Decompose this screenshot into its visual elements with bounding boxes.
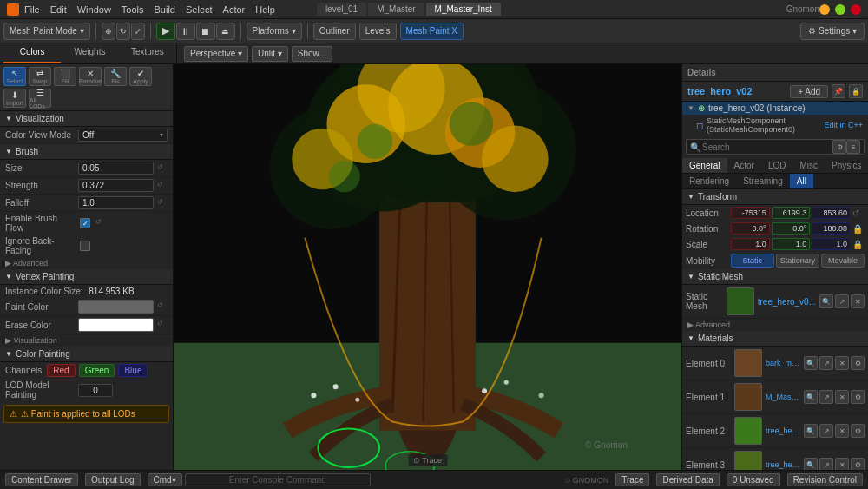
enable-brush-flow-reset[interactable]: ↺	[95, 218, 106, 228]
static-mesh-value[interactable]: tree_hero_v0...	[758, 297, 816, 307]
brush-falloff-reset[interactable]: ↺	[157, 198, 168, 208]
close-button[interactable]	[851, 4, 861, 15]
channel-red-btn[interactable]: Red	[47, 364, 75, 377]
color-painting-section[interactable]: ▼ Color Painting	[0, 347, 173, 362]
settings-btn[interactable]: ⚙ Settings ▾	[800, 23, 865, 40]
cmd-btn[interactable]: Cmd▾	[148, 473, 182, 486]
outliner-btn[interactable]: Outliner	[313, 23, 356, 40]
collapse-btn[interactable]: ≡	[846, 140, 860, 154]
tab-textures[interactable]: Textures	[119, 43, 176, 63]
tab-actor[interactable]: Actor	[727, 158, 761, 173]
menu-select[interactable]: Select	[186, 4, 213, 15]
menu-actor[interactable]: Actor	[223, 4, 246, 15]
mat1-clear-btn[interactable]: ✕	[835, 390, 849, 404]
stationary-mobility-btn[interactable]: Stationary	[776, 254, 820, 268]
vertex-painting-section[interactable]: ▼ Vertex Painting	[0, 269, 173, 285]
content-drawer-btn[interactable]: Content Drawer	[5, 473, 78, 486]
visualization-section[interactable]: ▼ Visualization	[0, 111, 173, 127]
subtab-rendering[interactable]: Rendering	[682, 174, 736, 188]
mesh-paint-btn[interactable]: Mesh Paint X	[400, 23, 464, 40]
tab-lod[interactable]: LOD	[761, 158, 793, 173]
brush-strength-input[interactable]: 0.372	[78, 179, 154, 192]
lock-btn[interactable]: 🔒	[849, 84, 863, 98]
subtab-all[interactable]: All	[790, 174, 813, 188]
erase-color-swatch[interactable]	[78, 318, 154, 332]
scale-y-field[interactable]: 1.0	[772, 238, 811, 250]
maximize-button[interactable]	[835, 4, 845, 15]
erase-color-reset[interactable]: ↺	[157, 320, 168, 330]
mat3-browse-btn[interactable]: 🔍	[804, 458, 818, 470]
trace-btn[interactable]: Trace	[615, 473, 649, 486]
mat2-browse-btn[interactable]: 🔍	[804, 424, 818, 438]
tab-colors[interactable]: Colors	[3, 43, 61, 63]
eject-btn[interactable]: ⏏	[216, 23, 235, 40]
tab-weights[interactable]: Weights	[61, 43, 118, 63]
loc-reset-btn[interactable]: ↺	[852, 208, 865, 218]
search-input[interactable]	[700, 141, 832, 154]
tab-general[interactable]: General	[682, 158, 727, 173]
enable-brush-flow-checkbox[interactable]	[80, 218, 90, 228]
materials-section[interactable]: ▼ Materials	[682, 331, 868, 347]
brush-section[interactable]: ▼ Brush	[0, 144, 173, 160]
mat3-name[interactable]: tree_hero_v02_Two...	[766, 460, 800, 469]
transform-btn[interactable]: ⊕	[102, 23, 115, 40]
select-tool-btn[interactable]: ↖ Select	[3, 67, 26, 86]
mat1-name[interactable]: M_Master_Inst...	[766, 393, 800, 401]
revision-control-btn[interactable]: Revision Control	[787, 473, 863, 486]
swap-tool-btn[interactable]: ⇄ Swap	[29, 67, 51, 86]
remove-tool-btn[interactable]: ✕ Remove	[79, 67, 102, 86]
brush-falloff-input[interactable]: 1.0	[78, 196, 154, 209]
viz-toggle[interactable]: ▶ Visualization	[0, 334, 173, 347]
scale-lock-btn[interactable]: 🔒	[852, 240, 865, 249]
rot-x-field[interactable]: 0.0°	[731, 222, 770, 235]
sm-advanced-toggle[interactable]: ▶ Advanced	[682, 319, 868, 331]
paint-color-reset[interactable]: ↺	[157, 301, 168, 312]
all-lods-btn[interactable]: ☰ All LODs	[29, 89, 51, 108]
mesh-paint-mode-btn[interactable]: Mesh Paint Mode ▾	[3, 23, 90, 40]
mat2-clear-btn[interactable]: ✕	[835, 424, 849, 438]
tab-m-master-inst[interactable]: M_Master_Inst	[426, 3, 501, 16]
rot-z-field[interactable]: 180.88	[812, 222, 851, 235]
tab-physics[interactable]: Physics	[825, 158, 868, 173]
mat0-open-btn[interactable]: ↗	[819, 356, 833, 370]
sm-browse-btn[interactable]: 🔍	[819, 294, 833, 308]
mat3-clear-btn[interactable]: ✕	[835, 458, 849, 470]
menu-tools[interactable]: Tools	[122, 4, 144, 15]
loc-y-field[interactable]: 6199.3	[772, 207, 811, 219]
filter-btn[interactable]: ⚙	[832, 140, 846, 154]
scale-btn[interactable]: ⤢	[131, 23, 145, 40]
tab-misc[interactable]: Misc	[792, 158, 825, 173]
levels-btn[interactable]: Levels	[359, 23, 397, 40]
mat3-open-btn[interactable]: ↗	[819, 458, 833, 470]
fix-tool-btn[interactable]: 🔧 Fix	[104, 67, 127, 86]
movable-mobility-btn[interactable]: Movable	[821, 254, 865, 268]
brush-size-reset[interactable]: ↺	[157, 163, 168, 174]
console-input[interactable]: Enter Console Command	[185, 473, 371, 486]
mat0-name[interactable]: bark_mat_Mat...	[766, 359, 800, 367]
transform-section[interactable]: ▼ Transform	[682, 189, 868, 205]
pause-btn[interactable]: ⏸	[176, 23, 195, 40]
subtab-streaming[interactable]: Streaming	[736, 174, 790, 188]
viewport[interactable]: © Gnomon ⊙ Trace	[174, 64, 681, 470]
component-item[interactable]: ◻ StaticMeshComponent (StaticMeshCompone…	[682, 115, 868, 135]
derived-data-btn[interactable]: Derived Data	[656, 473, 719, 486]
tab-level01[interactable]: level_01	[317, 3, 366, 16]
channel-green-btn[interactable]: Green	[79, 364, 115, 377]
mat3-more-btn[interactable]: ⚙	[851, 458, 865, 470]
brush-strength-reset[interactable]: ↺	[157, 181, 168, 191]
mat2-more-btn[interactable]: ⚙	[851, 424, 865, 438]
menu-file[interactable]: File	[24, 4, 40, 15]
mat2-name[interactable]: tree_hero_v02_Opa...	[766, 426, 800, 435]
search-field[interactable]: 🔍 ⚙ ≡	[686, 139, 865, 155]
apply-tool-btn[interactable]: ✔ Apply	[129, 67, 152, 86]
menu-edit[interactable]: Edit	[50, 4, 67, 15]
show-btn[interactable]: Show...	[292, 46, 332, 62]
instance-item[interactable]: ▼ ⊕ tree_hero_v02 (Instance)	[682, 102, 868, 115]
static-mesh-section[interactable]: ▼ Static Mesh	[682, 269, 868, 285]
static-mobility-btn[interactable]: Static	[731, 254, 774, 268]
edit-cpp-link[interactable]: Edit in C++	[824, 121, 863, 129]
add-btn[interactable]: + Add	[790, 85, 828, 98]
rotate-btn[interactable]: ↻	[116, 23, 130, 40]
mat1-more-btn[interactable]: ⚙	[851, 390, 865, 404]
mat0-browse-btn[interactable]: 🔍	[804, 356, 818, 370]
